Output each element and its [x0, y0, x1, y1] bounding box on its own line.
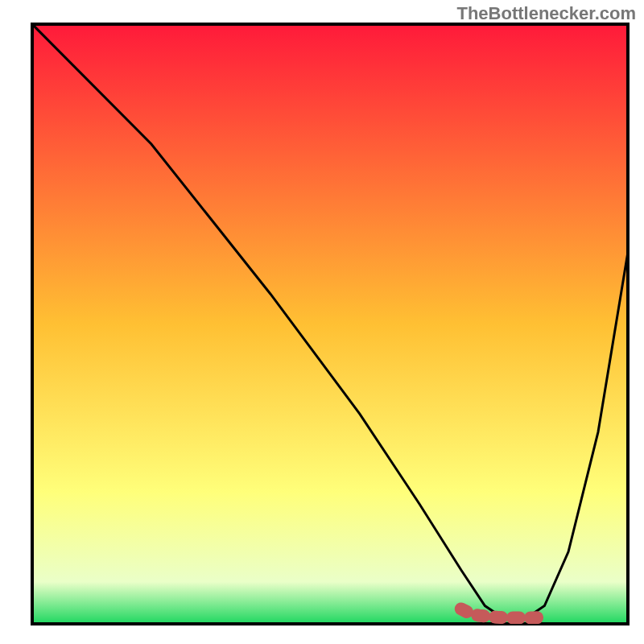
- chart-frame: TheBottlenecker.com: [0, 0, 644, 644]
- bottleneck-chart: [0, 0, 644, 644]
- attribution-text: TheBottlenecker.com: [456, 3, 636, 24]
